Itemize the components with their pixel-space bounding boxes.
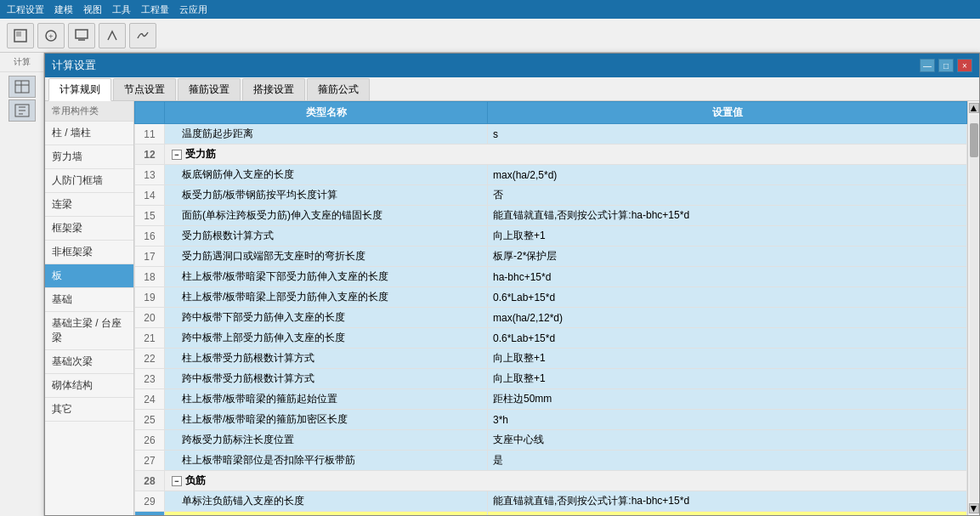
sidebar-icon-2[interactable] [8, 99, 36, 122]
left-panel-item-foundation-main-beam[interactable]: 基础主梁 / 台座梁 [45, 312, 133, 350]
toolbar-btn-4[interactable] [99, 23, 126, 48]
left-panel-item-masonry[interactable]: 砌体结构 [45, 374, 133, 398]
left-panel-item-foundation[interactable]: 基础 [45, 288, 133, 312]
table-row[interactable]: 17 受力筋遇洞口或端部无支座时的弯折长度 板厚-2*保护层 [135, 247, 967, 267]
table-row[interactable]: 20 跨中板带下部受力筋伸入支座的长度 max(ha/2,12*d) [135, 308, 967, 328]
svg-rect-6 [15, 81, 29, 93]
row-value: 0.6*Lab+15*d [488, 328, 967, 349]
table-row[interactable]: 16 受力筋根数计算方式 向上取整+1 [135, 226, 967, 247]
row-value: 0.6*Lab+15*d [488, 287, 967, 308]
left-panel: 常用构件类 柱 / 墙柱 剪力墙 人防门框墙 连梁 框架梁 非框架梁 板 基础 … [45, 101, 134, 515]
row-num: 14 [135, 185, 165, 206]
tab-bar: 计算规则 节点设置 箍筋设置 搭接设置 箍筋公式 [45, 77, 979, 101]
table-row[interactable]: 14 板受力筋/板带钢筋按平均长度计算 否 [135, 185, 967, 206]
toggle-icon[interactable]: − [172, 476, 182, 486]
row-num: 12 [135, 145, 165, 165]
table-row[interactable]: 22 柱上板带受力筋根数计算方式 向上取整+1 [135, 349, 967, 369]
scroll-thumb[interactable] [970, 123, 978, 157]
scroll-track [970, 115, 978, 502]
left-panel-item-coupling-beam[interactable]: 连梁 [45, 193, 133, 217]
scroll-down-button[interactable]: ▼ [969, 503, 979, 513]
row-name: 柱上板带暗梁部位是否扣除平行板带筋 [165, 451, 488, 471]
tab-stirrup-settings[interactable]: 箍筋设置 [178, 78, 241, 100]
toolbar: + [0, 19, 980, 53]
table-row[interactable]: 24 柱上板带/板带暗梁的箍筋起始位置 距柱边50mm [135, 389, 967, 410]
dialog-title-bar: 计算设置 — □ × [45, 54, 979, 77]
maximize-button[interactable]: □ [938, 59, 954, 72]
left-panel-item-column[interactable]: 柱 / 墙柱 [45, 122, 133, 145]
table-row[interactable]: 18 柱上板带/板带暗梁下部受力筋伸入支座的长度 ha-bhc+15*d [135, 267, 967, 287]
row-name: 面筋(单标注跨板受力筋)伸入支座的锚固长度 [165, 206, 488, 226]
left-panel-item-civil-defense[interactable]: 人防门框墙 [45, 169, 133, 193]
tab-splice-settings[interactable]: 搭接设置 [242, 78, 305, 100]
table-row[interactable]: 12 − 受力筋 [135, 145, 967, 165]
menu-view[interactable]: 视图 [83, 3, 102, 16]
row-num: 16 [135, 226, 165, 247]
row-value: 距柱边50mm [488, 389, 967, 410]
toolbar-btn-1[interactable] [7, 23, 34, 48]
table-row[interactable]: 28 − 负筋 [135, 471, 967, 491]
row-value: 3*h [488, 410, 967, 430]
table-row[interactable]: 21 跨中板带上部受力筋伸入支座的长度 0.6*Lab+15*d [135, 328, 967, 349]
minimize-button[interactable]: — [920, 59, 935, 72]
table-area: 类型名称 设置值 11 温度筋起步距离 s 12 − 受力筋 13 板底钢筋伸入… [134, 101, 967, 515]
row-num: 17 [135, 247, 165, 267]
left-panel-item-other[interactable]: 其它 [45, 398, 133, 422]
table-row[interactable]: 29 单标注负筋锚入支座的长度 能直锚就直锚,否则按公式计算:ha-bhc+15… [135, 491, 967, 512]
row-num: 19 [135, 287, 165, 308]
left-panel-item-shearwall[interactable]: 剪力墙 [45, 145, 133, 169]
table-row[interactable]: 11 温度筋起步距离 s [135, 124, 967, 145]
row-value: max(ha/2,12*d) [488, 308, 967, 328]
toolbar-btn-3[interactable] [68, 23, 95, 48]
sidebar-icons [0, 72, 43, 125]
row-num: 22 [135, 349, 165, 369]
close-button[interactable]: × [957, 59, 972, 72]
row-name: 受力筋遇洞口或端部无支座时的弯折长度 [165, 247, 488, 267]
scroll-up-button[interactable]: ▲ [969, 103, 979, 113]
table-row[interactable]: 26 跨板受力筋标注长度位置 支座中心线 [135, 430, 967, 451]
svg-rect-1 [16, 31, 21, 37]
row-num: 18 [135, 267, 165, 287]
row-value: ha-bhc+15*d [488, 267, 967, 287]
row-name: 柱上板带受力筋根数计算方式 [165, 349, 488, 369]
menu-engineering-settings[interactable]: 工程设置 [7, 3, 44, 16]
table-row[interactable]: 27 柱上板带暗梁部位是否扣除平行板带筋 是 [135, 451, 967, 471]
row-name: 板中间支座负筋标注是否含支座 [165, 512, 488, 516]
row-num: 23 [135, 369, 165, 389]
tab-stirrup-formula[interactable]: 箍筋公式 [307, 78, 370, 100]
menu-modeling[interactable]: 建模 [54, 3, 73, 16]
table-row[interactable]: 30 板中间支座负筋标注是否含支座 否 [135, 512, 967, 516]
row-value: 支座中心线 [488, 430, 967, 451]
table-row[interactable]: 19 柱上板带/板带暗梁上部受力筋伸入支座的长度 0.6*Lab+15*d [135, 287, 967, 308]
scrollbar[interactable]: ▲ ▼ [967, 101, 979, 515]
row-value: max(ha/2,5*d) [488, 165, 967, 185]
row-name: 柱上板带/板带暗梁下部受力筋伸入支座的长度 [165, 267, 488, 287]
col-header-num [135, 102, 165, 124]
tab-node-settings[interactable]: 节点设置 [113, 78, 176, 100]
row-value: 否 [488, 512, 967, 516]
sidebar-icon-1[interactable] [8, 76, 36, 98]
table-row[interactable]: 25 柱上板带/板带暗梁的箍筋加密区长度 3*h [135, 410, 967, 430]
menu-cloud[interactable]: 云应用 [179, 3, 207, 16]
left-panel-item-frame-beam[interactable]: 框架梁 [45, 217, 133, 241]
table-row[interactable]: 15 面筋(单标注跨板受力筋)伸入支座的锚固长度 能直锚就直锚,否则按公式计算:… [135, 206, 967, 226]
table-row[interactable]: 23 跨中板带受力筋根数计算方式 向上取整+1 [135, 369, 967, 389]
col-header-value: 设置值 [488, 102, 967, 124]
toolbar-btn-2[interactable]: + [37, 23, 65, 48]
row-value: 向上取整+1 [488, 369, 967, 389]
left-panel-item-foundation-secondary-beam[interactable]: 基础次梁 [45, 350, 133, 374]
toolbar-btn-5[interactable] [129, 23, 156, 48]
row-name: − 负筋 [165, 471, 967, 491]
left-panel-item-slab[interactable]: 板 [45, 264, 133, 288]
menu-quantities[interactable]: 工程量 [141, 3, 169, 16]
row-name: 柱上板带/板带暗梁的箍筋加密区长度 [165, 410, 488, 430]
app-bar: 工程设置 建模 视图 工具 工程量 云应用 [0, 0, 980, 19]
left-panel-item-nonframe-beam[interactable]: 非框架梁 [45, 241, 133, 264]
menu-tools[interactable]: 工具 [112, 3, 131, 16]
row-value: 向上取整+1 [488, 349, 967, 369]
table-row[interactable]: 13 板底钢筋伸入支座的长度 max(ha/2,5*d) [135, 165, 967, 185]
svg-text:+: + [48, 32, 53, 41]
toggle-icon[interactable]: − [172, 150, 182, 160]
tab-calc-rules[interactable]: 计算规则 [48, 78, 111, 101]
row-name: 跨板受力筋标注长度位置 [165, 430, 488, 451]
